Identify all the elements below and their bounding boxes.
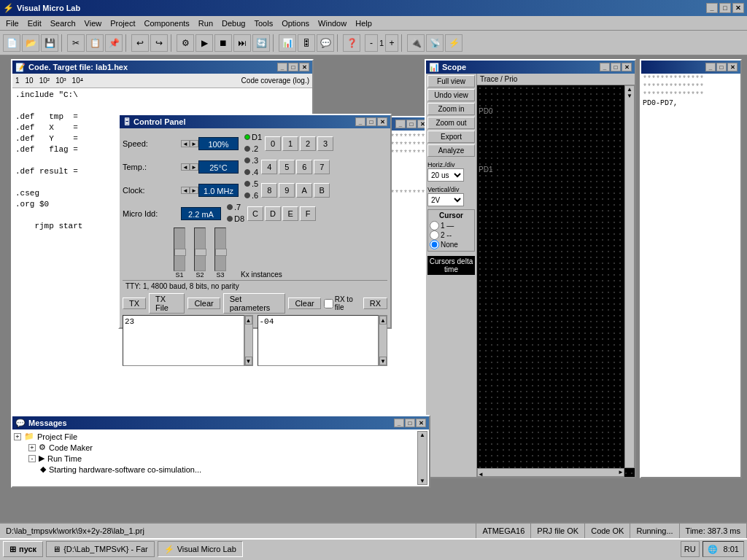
- scope-undoview-btn[interactable]: Undo view: [427, 89, 475, 101]
- vert-div-select[interactable]: 2V 1V 5V: [427, 193, 464, 206]
- tb-step[interactable]: ⏭: [233, 34, 251, 52]
- menu-file[interactable]: File: [1, 18, 23, 29]
- tb-new[interactable]: 📄: [3, 34, 20, 52]
- tb-msg[interactable]: 💬: [317, 34, 334, 52]
- horiz-div-select[interactable]: 20 us 10 us 50 us: [427, 168, 464, 182]
- digit-6[interactable]: 6: [296, 160, 312, 174]
- msg-scroll-up[interactable]: ▲: [418, 432, 427, 438]
- rx-to-file-checkbox[interactable]: RX to file: [324, 295, 360, 311]
- speed-down[interactable]: ◄: [181, 140, 190, 147]
- menu-project[interactable]: Project: [106, 18, 139, 29]
- slider-s1[interactable]: S1: [174, 228, 185, 279]
- code-close[interactable]: ✕: [299, 63, 309, 71]
- digit-B[interactable]: B: [314, 183, 330, 198]
- digit-C[interactable]: C: [247, 206, 263, 221]
- tb-run[interactable]: ▶: [196, 34, 213, 52]
- tty-tx-scrollbar[interactable]: ▲ ▼: [244, 315, 253, 366]
- clock-down[interactable]: ◄: [181, 187, 190, 194]
- tb-save[interactable]: 💾: [41, 34, 58, 52]
- digit-F[interactable]: F: [300, 206, 316, 221]
- digit-D[interactable]: D: [265, 206, 281, 221]
- cursor-none-radio[interactable]: [430, 240, 439, 249]
- tb-paste[interactable]: 📌: [105, 34, 123, 52]
- tty-setparams-btn[interactable]: Set parameters: [223, 293, 286, 314]
- digit-2[interactable]: 2: [300, 136, 316, 151]
- taskbar-vmlab[interactable]: ⚡ Visual Micro Lab: [158, 541, 243, 557]
- cursor-1-radio[interactable]: [430, 221, 439, 230]
- scope-fullview-btn[interactable]: Full view: [427, 75, 475, 88]
- cp-close[interactable]: ✕: [377, 117, 387, 126]
- tp-minimize[interactable]: _: [395, 120, 406, 128]
- tb-zoom-in[interactable]: +: [385, 34, 398, 52]
- led-d2[interactable]: [244, 146, 250, 152]
- msg-minimize[interactable]: _: [394, 419, 404, 427]
- temp-spinner[interactable]: ◄ ►: [181, 163, 198, 171]
- menu-debug[interactable]: Debug: [217, 18, 249, 29]
- language-indicator[interactable]: RU: [681, 541, 700, 557]
- speed-up[interactable]: ►: [190, 140, 198, 147]
- msg-close[interactable]: ✕: [416, 419, 426, 427]
- tb-reset[interactable]: 🔄: [252, 34, 270, 52]
- digit-0[interactable]: 0: [265, 136, 281, 151]
- code-minimize[interactable]: _: [277, 63, 287, 71]
- scope-scroll-right[interactable]: ▲ ▼: [624, 85, 635, 468]
- digit-A[interactable]: A: [296, 183, 312, 198]
- tb-copy[interactable]: 📋: [86, 34, 104, 52]
- minimize-btn[interactable]: _: [706, 3, 718, 13]
- menu-edit[interactable]: Edit: [23, 18, 46, 29]
- menu-view[interactable]: View: [80, 18, 107, 29]
- tty-clear-btn[interactable]: Clear: [187, 298, 220, 309]
- slider-s2-thumb[interactable]: [195, 249, 206, 256]
- scope-export-btn[interactable]: Export: [427, 131, 475, 143]
- temp-down[interactable]: ◄: [181, 163, 190, 171]
- expand-runtime[interactable]: -: [28, 455, 36, 462]
- scope-close[interactable]: ✕: [622, 63, 632, 71]
- tty-rx-scrollbar[interactable]: ▲ ▼: [379, 315, 387, 366]
- tty-rx-pane[interactable]: -04: [258, 315, 379, 366]
- cp-minimize[interactable]: _: [355, 117, 365, 126]
- digit-4[interactable]: 4: [261, 160, 277, 174]
- tb-panel[interactable]: 🎛: [298, 34, 315, 52]
- scope-minimize[interactable]: _: [600, 63, 610, 71]
- expand-project[interactable]: +: [14, 433, 21, 440]
- scope-zoomin-btn[interactable]: Zoom in: [427, 103, 475, 115]
- tb-undo[interactable]: ↩: [131, 34, 149, 52]
- menu-tools[interactable]: Tools: [249, 18, 277, 29]
- scope-zoomout-btn[interactable]: Zoom out: [427, 117, 475, 129]
- tty-txfile-btn[interactable]: TX File: [149, 293, 185, 314]
- menu-run[interactable]: Run: [194, 18, 217, 29]
- led-d3[interactable]: [244, 158, 250, 163]
- digit-5[interactable]: 5: [279, 160, 295, 174]
- tb-open[interactable]: 📂: [22, 34, 39, 52]
- slider-s1-thumb[interactable]: [174, 249, 186, 256]
- tb-cut[interactable]: ✂: [67, 34, 85, 52]
- extra-maximize[interactable]: □: [716, 63, 727, 71]
- msg-scrollbar[interactable]: ▲ ▼: [417, 431, 427, 485]
- tb-stop[interactable]: ⏹: [214, 34, 232, 52]
- cp-maximize[interactable]: □: [366, 117, 376, 126]
- code-maximize[interactable]: □: [288, 63, 298, 71]
- maximize-btn[interactable]: □: [719, 3, 731, 13]
- tb-zoom-out[interactable]: -: [365, 34, 378, 52]
- led-d4[interactable]: [244, 169, 250, 175]
- start-button[interactable]: ⊞ пуск: [3, 541, 43, 557]
- led-d5[interactable]: [244, 181, 250, 187]
- tb-build[interactable]: ⚙: [177, 34, 194, 52]
- extra-close[interactable]: ✕: [727, 63, 738, 71]
- tty-tx-pane[interactable]: 23: [123, 315, 244, 366]
- digit-E[interactable]: E: [282, 206, 298, 221]
- digit-7[interactable]: 7: [314, 160, 330, 174]
- cursor-2-radio[interactable]: [430, 230, 439, 240]
- menu-window[interactable]: Window: [314, 18, 351, 29]
- scope-display[interactable]: PD0 PD1 ▲ ▼ ◄ ►: [477, 85, 635, 477]
- scope-scroll-bottom[interactable]: ◄ ►: [477, 468, 624, 477]
- expand-codemaker[interactable]: +: [28, 444, 36, 451]
- close-btn[interactable]: ✕: [732, 3, 744, 13]
- led-d1[interactable]: [244, 134, 250, 140]
- slider-s3-thumb[interactable]: [215, 249, 227, 256]
- digit-8[interactable]: 8: [261, 183, 277, 198]
- clock-spinner[interactable]: ◄ ►: [181, 187, 198, 194]
- tb-help[interactable]: ❓: [343, 34, 360, 52]
- led-d7[interactable]: [227, 204, 233, 210]
- msg-scroll-down[interactable]: ▼: [418, 478, 427, 484]
